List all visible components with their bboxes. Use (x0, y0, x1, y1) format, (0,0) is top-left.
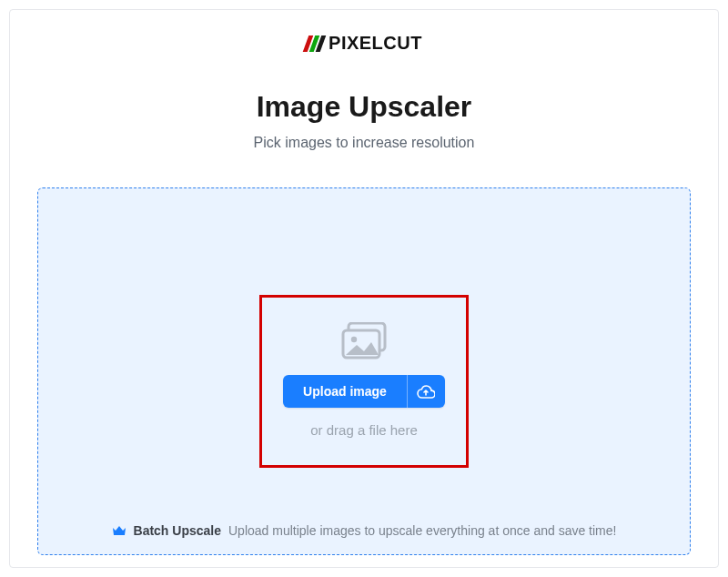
logo-stripes-icon (303, 35, 327, 52)
page-subtitle: Pick images to increase resolution (10, 135, 718, 151)
svg-point-2 (351, 336, 357, 341)
logo-text: PIXELCUT (329, 33, 422, 54)
upload-image-button[interactable]: Upload image (283, 375, 407, 408)
batch-label: Batch Upscale (134, 523, 221, 538)
cloud-upload-icon (417, 384, 435, 399)
upload-card: Upload image or drag a file here (259, 295, 469, 468)
drag-file-text: or drag a file here (310, 422, 418, 438)
drop-zone[interactable]: Upload image or drag a file here Batch U… (37, 187, 691, 555)
batch-description: Upload multiple images to upscale everyt… (228, 523, 616, 538)
upload-from-cloud-button[interactable] (407, 375, 445, 408)
batch-upscale-link[interactable]: Batch Upscale Upload multiple images to … (38, 523, 690, 538)
page-title: Image Upscaler (10, 90, 718, 124)
upload-button-group: Upload image (283, 375, 445, 408)
crown-icon (112, 524, 126, 537)
brand-logo: PIXELCUT (10, 33, 718, 54)
images-icon (340, 322, 388, 360)
app-frame: PIXELCUT Image Upscaler Pick images to i… (9, 9, 719, 568)
